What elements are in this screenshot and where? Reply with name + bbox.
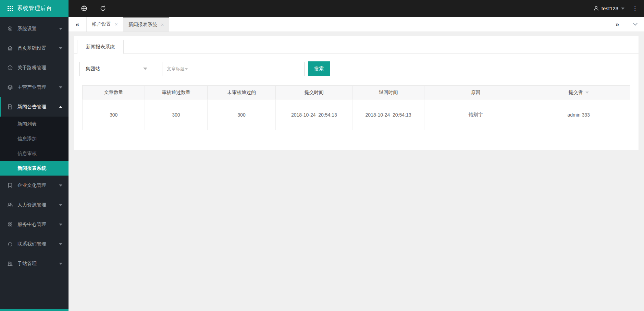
topbar: test123 ⋮ bbox=[69, 0, 644, 17]
table-row: 300 300 300 2018-10-24 20:54:13 2018-10-… bbox=[83, 99, 630, 130]
username: test123 bbox=[602, 5, 618, 11]
sidebar-item-main-industry[interactable]: 主营产业管理 bbox=[0, 77, 69, 97]
search-button[interactable]: 搜索 bbox=[308, 61, 330, 76]
cell-submit-time: 2018-10-24 20:54:13 bbox=[276, 99, 352, 130]
cell-article-count: 300 bbox=[83, 99, 145, 130]
sidebar-subitem-news-list[interactable]: 新闻列表 bbox=[0, 117, 69, 131]
culture-flag-icon bbox=[7, 182, 13, 188]
grid-logo-icon bbox=[8, 6, 13, 11]
app-title: 系统管理后台 bbox=[17, 5, 52, 12]
sidebar-item-contact-us[interactable]: 联系我们管理 bbox=[0, 234, 69, 254]
chevron-down-icon bbox=[59, 47, 62, 49]
sidebar-subitem-info-add[interactable]: 信息添加 bbox=[0, 131, 69, 146]
info-icon bbox=[7, 65, 13, 71]
site-select[interactable]: 集团站 bbox=[79, 62, 152, 76]
article-title-select[interactable]: 文章标题 bbox=[162, 62, 191, 76]
user-menu[interactable]: test123 bbox=[593, 5, 624, 11]
chevron-down-icon bbox=[143, 68, 147, 70]
sidebar-nav: 系统设置 首页基础设置 关于路桥管理 主营产业管理 新闻公告管理 新闻列表 信息… bbox=[0, 17, 69, 273]
sidebar-item-human-resources[interactable]: 人力资源管理 bbox=[0, 195, 69, 215]
page-tab-bar: « 帐户设置 × 新闻报表系统 × » bbox=[69, 17, 644, 32]
chevron-down-icon bbox=[621, 8, 624, 10]
chevron-down-icon bbox=[59, 86, 62, 88]
cell-return-time: 2018-10-24 20:54:13 bbox=[352, 99, 424, 130]
col-approved-count[interactable]: 审核通过数量 bbox=[145, 86, 207, 99]
chevron-down-icon bbox=[59, 263, 62, 265]
col-return-time[interactable]: 退回时间 bbox=[352, 86, 424, 99]
col-reason[interactable]: 原因 bbox=[424, 86, 527, 99]
card-tab-header: 新闻报表系统 bbox=[74, 36, 639, 54]
refresh-icon[interactable] bbox=[100, 5, 106, 12]
col-submitter[interactable]: 提交者 bbox=[527, 86, 630, 99]
report-table: 文章数量 审核通过数量 未审核通过的 提交时间 退回时间 原因 提交者 300 … bbox=[82, 85, 630, 130]
chevron-down-icon bbox=[185, 68, 188, 70]
sort-caret-icon[interactable] bbox=[585, 92, 589, 94]
sidebar-subitem-news-report-system[interactable]: 新闻报表系统 bbox=[0, 161, 69, 176]
headset-icon bbox=[7, 241, 13, 247]
news-doc-icon bbox=[7, 104, 13, 110]
sidebar: 系统管理后台 系统设置 首页基础设置 关于路桥管理 主营产业管理 新闻公告管理 bbox=[0, 0, 69, 311]
chevron-down-icon bbox=[59, 224, 62, 226]
col-article-count[interactable]: 文章数量 bbox=[83, 86, 145, 99]
cell-unapproved-count: 300 bbox=[207, 99, 276, 130]
sidebar-item-corporate-culture[interactable]: 企业文化管理 bbox=[0, 176, 69, 195]
tabs-dropdown-button[interactable] bbox=[626, 17, 644, 32]
sidebar-item-homepage-settings[interactable]: 首页基础设置 bbox=[0, 38, 69, 58]
chevron-down-icon bbox=[59, 184, 62, 187]
cell-approved-count: 300 bbox=[145, 99, 207, 130]
table-header-row: 文章数量 审核通过数量 未审核通过的 提交时间 退回时间 原因 提交者 bbox=[83, 86, 630, 99]
search-form: 集团站 文章标题 搜索 bbox=[79, 61, 630, 76]
service-center-icon bbox=[7, 222, 13, 227]
news-submenu: 新闻列表 信息添加 信息审核 新闻报表系统 bbox=[0, 117, 69, 176]
app-logo[interactable]: 系统管理后台 bbox=[0, 0, 69, 17]
news-report-card: 新闻报表系统 集团站 文章标题 搜索 文章数量 审核通过数量 未审 bbox=[74, 36, 639, 150]
user-icon bbox=[593, 5, 599, 11]
tab-bar-right-controls: » bbox=[608, 17, 644, 32]
card-tab-news-report-system[interactable]: 新闻报表系统 bbox=[77, 40, 124, 54]
close-icon[interactable]: × bbox=[115, 21, 118, 27]
tab-news-report-system[interactable]: 新闻报表系统 × bbox=[123, 17, 169, 32]
home-icon bbox=[7, 45, 13, 51]
sidebar-bottom-accent bbox=[0, 309, 69, 311]
tabs-scroll-right-button[interactable]: » bbox=[608, 17, 626, 32]
tab-account-settings[interactable]: 帐户设置 × bbox=[86, 17, 123, 32]
sidebar-item-service-center[interactable]: 服务中心管理 bbox=[0, 215, 69, 234]
sidebar-item-news-announcement[interactable]: 新闻公告管理 bbox=[0, 97, 69, 117]
chevron-down-icon bbox=[633, 21, 637, 26]
main-content: 新闻报表系统 集团站 文章标题 搜索 文章数量 审核通过数量 未审 bbox=[69, 32, 644, 311]
chevron-down-icon bbox=[59, 28, 62, 30]
cell-submitter: admin 333 bbox=[527, 99, 630, 130]
chevron-down-icon bbox=[59, 243, 62, 245]
sidebar-item-about-management[interactable]: 关于路桥管理 bbox=[0, 58, 69, 77]
col-submit-time[interactable]: 提交时间 bbox=[276, 86, 352, 99]
chevron-up-icon bbox=[59, 106, 62, 108]
users-icon bbox=[7, 202, 13, 208]
close-icon[interactable]: × bbox=[161, 22, 164, 27]
cell-reason: 错别字 bbox=[424, 99, 527, 130]
tabs-scroll-left-button[interactable]: « bbox=[69, 17, 86, 32]
building-icon bbox=[7, 261, 13, 266]
search-input[interactable] bbox=[191, 62, 305, 76]
sidebar-subitem-info-review[interactable]: 信息审核 bbox=[0, 146, 69, 161]
globe-icon[interactable] bbox=[81, 5, 87, 12]
sidebar-item-system-settings[interactable]: 系统设置 bbox=[0, 19, 69, 38]
layers-icon bbox=[7, 84, 13, 90]
title-search-group: 文章标题 bbox=[162, 62, 305, 76]
topbar-right: test123 ⋮ bbox=[593, 5, 644, 11]
chevron-down-icon bbox=[59, 204, 62, 206]
gear-icon bbox=[7, 26, 13, 32]
kebab-menu-icon[interactable]: ⋮ bbox=[632, 5, 638, 11]
sidebar-item-subsite-management[interactable]: 子站管理 bbox=[0, 254, 69, 273]
col-unapproved-count[interactable]: 未审核通过的 bbox=[207, 86, 276, 99]
